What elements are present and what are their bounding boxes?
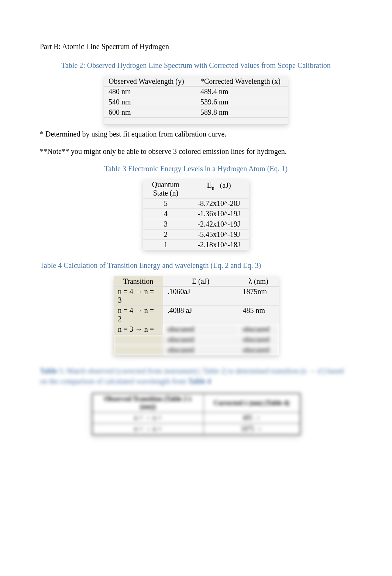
cell-blurred: obscured xyxy=(238,324,279,335)
table2-header-corrected: *Corrected Wavelength (x) xyxy=(196,76,288,87)
table-row: n = 3 → n = obscured obscured xyxy=(114,324,279,335)
cell: -2.18x10^-18J xyxy=(189,240,249,250)
cell: n = 3 → n = xyxy=(114,324,163,335)
table-header-row: Quantum State (n) En (aJ) xyxy=(143,180,249,199)
table-row: 2 -5.45x10^-19J xyxy=(143,230,249,240)
table-row: n = → n = 485 → xyxy=(92,413,300,424)
table3-header-energy: En (aJ) xyxy=(189,180,249,199)
subscript: n xyxy=(212,185,214,191)
table4-header-energy: E (aJ) xyxy=(163,276,238,287)
cell: 1 xyxy=(143,240,189,250)
cell: -8.72x10^-20J xyxy=(189,199,249,209)
cell: 589.8 nm xyxy=(196,107,288,118)
cell-blurred: obscured xyxy=(163,345,238,355)
table-row: n = 4 → n = 3 .1060aJ 1875nm xyxy=(114,287,279,306)
table2-footnote-2: **Note** you might only be able to obser… xyxy=(40,147,352,156)
cell: 3 xyxy=(143,219,189,230)
cell: -1.36x10^-19J xyxy=(189,209,249,219)
cell: n = → n = xyxy=(92,424,204,435)
label: Table xyxy=(40,367,57,375)
cell-blurred: obscured xyxy=(238,345,279,355)
part-b-title: Part B: Atomic Line Spectrum of Hydrogen xyxy=(40,42,352,51)
cell: 485 nm xyxy=(238,306,279,324)
cell: 480 nm xyxy=(104,87,196,97)
cell: 4 xyxy=(143,209,189,219)
table-row: 480 nm 489.4 nm xyxy=(104,87,288,97)
cell: 539.6 nm xyxy=(196,97,288,107)
cell-blurred: obscured xyxy=(238,335,279,345)
table2-footnote-1: * Determined by using best fit equation … xyxy=(40,130,352,138)
cell: -5.45x10^-19J xyxy=(189,230,249,240)
table-row-blurred: obscured obscured xyxy=(114,345,279,355)
label: (aJ) xyxy=(220,181,231,189)
table-header-row: Observed Transition (Table 2 λ (nm)) Cor… xyxy=(92,393,300,413)
cell: -2.42x10^-19J xyxy=(189,219,249,230)
table4-header-wavelength: λ (nm) xyxy=(238,276,279,287)
cell-empty xyxy=(196,118,288,125)
cell: 489.4 nm xyxy=(196,87,288,97)
cell-empty xyxy=(104,118,196,125)
cell-blurred: obscured xyxy=(163,335,238,345)
cell: 600 nm xyxy=(104,107,196,118)
cell: n = 4 → n = 2 xyxy=(114,306,163,324)
table4-caption: Table 4 Calculation of Transition Energy… xyxy=(40,261,352,270)
cell: n = → n = xyxy=(92,413,204,424)
table5-blurred: Observed Transition (Table 2 λ (nm)) Cor… xyxy=(92,393,300,435)
label: Quantum xyxy=(152,180,179,189)
table-row: 5 -8.72x10^-20J xyxy=(143,199,249,209)
table4-header-transition: Transition xyxy=(114,276,163,287)
table5-header-col1: Observed Transition (Table 2 λ (nm)) xyxy=(92,393,204,413)
table-row: 1 -2.18x10^-18J xyxy=(143,240,249,250)
table-row: 4 -1.36x10^-19J xyxy=(143,209,249,219)
cell: 1875nm xyxy=(238,287,279,306)
cell xyxy=(114,345,163,355)
table5-caption-blurred: Table 5: Match observed (corrected from … xyxy=(40,366,352,386)
table-row: 600 nm 589.8 nm xyxy=(104,107,288,118)
label: Table 4 xyxy=(188,377,211,385)
cell: 1875 → xyxy=(203,424,300,435)
cell: 485 → xyxy=(203,413,300,424)
cell: 2 xyxy=(143,230,189,240)
table3-header-quantum: Quantum State (n) xyxy=(143,180,189,199)
table3-caption: Table 3 Electronic Energy Levels in a Hy… xyxy=(40,165,352,173)
table-row: n = 4 → n = 2 .4088 aJ 485 nm xyxy=(114,306,279,324)
table3: Quantum State (n) En (aJ) 5 -8.72x10^-20… xyxy=(143,180,249,250)
table-row: 540 nm 539.6 nm xyxy=(104,97,288,107)
cell: 540 nm xyxy=(104,97,196,107)
cell: .4088 aJ xyxy=(163,306,238,324)
table-row-empty xyxy=(104,118,288,125)
table-header-row: Transition E (aJ) λ (nm) xyxy=(114,276,279,287)
table2-caption: Table 2: Observed Hydrogen Line Spectrum… xyxy=(40,61,352,70)
label: E xyxy=(207,180,212,190)
cell-blurred: obscured xyxy=(163,324,238,335)
cell xyxy=(114,335,163,345)
table2: Observed Wavelength (y) *Corrected Wavel… xyxy=(104,76,288,125)
cell: n = 4 → n = 3 xyxy=(114,287,163,306)
table2-header-observed: Observed Wavelength (y) xyxy=(104,76,196,87)
table-row: 3 -2.42x10^-19J xyxy=(143,219,249,230)
label: State (n) xyxy=(153,189,178,197)
table-row: n = → n = 1875 → xyxy=(92,424,300,435)
table5-header-col2: Corrected λ (nm) (Table 4) xyxy=(203,393,300,413)
table-header-row: Observed Wavelength (y) *Corrected Wavel… xyxy=(104,76,288,87)
table-row-blurred: obscured obscured xyxy=(114,335,279,345)
cell: .1060aJ xyxy=(163,287,238,306)
cell: 5 xyxy=(143,199,189,209)
table4: Transition E (aJ) λ (nm) n = 4 → n = 3 .… xyxy=(114,276,279,355)
